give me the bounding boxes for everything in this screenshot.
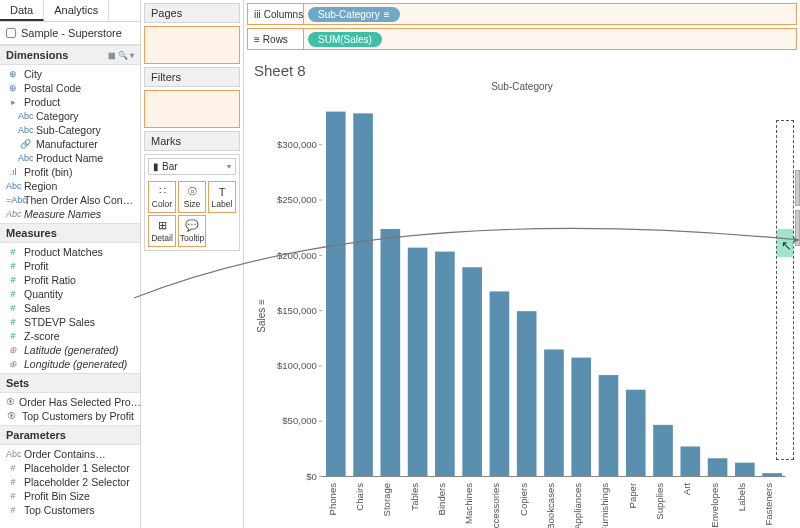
svg-text:Appliances: Appliances [572,483,583,528]
field-item[interactable]: ⊕Latitude (generated) [0,343,140,357]
field-item[interactable]: ▸Product [0,95,140,109]
field-item[interactable]: #Profit Ratio [0,273,140,287]
bar-labels[interactable] [735,463,755,477]
parameters-header[interactable]: Parameters [0,425,140,445]
rows-icon: ≡ [254,34,260,45]
field-type-icon: Abc [6,449,20,459]
datasource-icon [6,28,16,38]
field-type-icon: 🔗 [18,139,32,149]
field-item[interactable]: #Quantity [0,287,140,301]
pages-card[interactable] [144,26,240,64]
bar-art[interactable] [680,446,700,476]
field-item[interactable]: ⊕City [0,67,140,81]
field-item[interactable]: #Placeholder 2 Selector [0,475,140,489]
svg-text:Storage: Storage [381,483,392,517]
bar-tables[interactable] [408,248,428,477]
rows-shelf[interactable]: ≡Rows SUM(Sales) [247,28,797,50]
marks-type-select[interactable]: ▮ Bar ▾ [148,158,236,175]
field-label: STDEVP Sales [24,316,95,328]
pane-tabs: Data Analytics [0,0,140,22]
field-label: Region [24,180,57,192]
field-item[interactable]: ⊕Longitude (generated) [0,357,140,371]
bar-bookcases[interactable] [544,349,564,476]
measures-header[interactable]: Measures [0,223,140,243]
mark-label-button[interactable]: TLabel [208,181,236,213]
tooltip-icon: 💬 [185,219,199,232]
bar-storage[interactable] [381,229,401,477]
pill-subcategory[interactable]: Sub-Category≡ [308,7,400,22]
bar-phones[interactable] [326,112,346,477]
field-item[interactable]: #Profit [0,259,140,273]
pages-card-title[interactable]: Pages [144,3,240,23]
bar-appliances[interactable] [571,358,591,477]
pill-sum-sales[interactable]: SUM(Sales) [308,32,382,47]
mark-size-button[interactable]: ⦾Size [178,181,206,213]
svg-text:$200,000: $200,000 [277,250,317,261]
chart-x-title: Sub-Category [254,81,790,92]
field-label: Profit Ratio [24,274,76,286]
sets-header[interactable]: Sets [0,373,140,393]
datasource-row[interactable]: Sample - Superstore [0,22,140,45]
field-item[interactable]: #Top Customers [0,503,140,517]
field-item[interactable]: ⦿Order Has Selected Pro… [0,395,140,409]
field-item[interactable]: #STDEVP Sales [0,315,140,329]
field-type-icon: # [6,317,20,327]
bar-binders[interactable] [435,252,455,477]
tab-data[interactable]: Data [0,0,44,21]
field-item[interactable]: AbcRegion [0,179,140,193]
dimensions-header[interactable]: Dimensions ▦ 🔍 ▾ [0,45,140,65]
field-item[interactable]: #Z-score [0,329,140,343]
bar-paper[interactable] [626,390,646,477]
svg-text:$50,000: $50,000 [282,415,317,426]
svg-text:Tables: Tables [409,483,420,511]
bar-supplies[interactable] [653,425,673,477]
field-item[interactable]: #Profit Bin Size [0,489,140,503]
field-item[interactable]: ⦿Top Customers by Profit [0,409,140,423]
field-type-icon: # [6,303,20,313]
filters-card[interactable] [144,90,240,128]
bar-copiers[interactable] [517,311,537,476]
field-item[interactable]: AbcSub-Category [0,123,140,137]
bar-envelopes[interactable] [708,458,728,476]
field-item[interactable]: AbcProduct Name [0,151,140,165]
field-type-icon: # [6,505,20,515]
field-label: Order Contains… [24,448,106,460]
field-label: Measure Names [24,208,101,220]
columns-shelf[interactable]: iiiColumns Sub-Category≡ [247,3,797,25]
sort-icon: ≡ [384,9,390,20]
field-label: Then Order Also Con… [24,194,133,206]
search-icon[interactable]: ▦ 🔍 ▾ [108,51,134,60]
field-label: Product Matches [24,246,103,258]
field-item[interactable]: #Sales [0,301,140,315]
field-label: Top Customers by Profit [22,410,134,422]
sheet-title[interactable]: Sheet 8 [254,62,790,79]
mark-color-button[interactable]: ∷Color [148,181,176,213]
field-type-icon: # [6,491,20,501]
field-label: Category [36,110,79,122]
bar-chart[interactable]: $0$50,000$100,000$150,000$200,000$250,00… [269,92,790,528]
bar-chairs[interactable] [353,113,373,476]
field-type-icon: ⊕ [6,345,20,355]
columns-icon: iii [254,9,261,20]
drop-target[interactable] [776,120,794,460]
tab-analytics[interactable]: Analytics [44,0,109,21]
filters-card-title[interactable]: Filters [144,67,240,87]
mark-tooltip-button[interactable]: 💬Tooltip [178,215,206,247]
field-item[interactable]: AbcMeasure Names [0,207,140,221]
field-item[interactable]: =AbcThen Order Also Con… [0,193,140,207]
field-item[interactable]: 🔗Manufacturer [0,137,140,151]
field-item[interactable]: .ılProfit (bin) [0,165,140,179]
bar-accessories[interactable] [490,291,510,476]
bar-machines[interactable] [462,267,482,476]
field-item[interactable]: #Product Matches [0,245,140,259]
field-item[interactable]: #Placeholder 1 Selector [0,461,140,475]
mark-detail-button[interactable]: ⊞Detail [148,215,176,247]
bar-furnishings[interactable] [599,375,619,476]
field-item[interactable]: AbcCategory [0,109,140,123]
field-item[interactable]: AbcOrder Contains… [0,447,140,461]
worksheet-area: iiiColumns Sub-Category≡ ≡Rows SUM(Sales… [244,0,800,528]
field-type-icon: ⊕ [6,69,20,79]
field-item[interactable]: ⊕Postal Code [0,81,140,95]
sets-list: ⦿Order Has Selected Pro…⦿Top Customers b… [0,393,140,425]
field-label: Manufacturer [36,138,98,150]
